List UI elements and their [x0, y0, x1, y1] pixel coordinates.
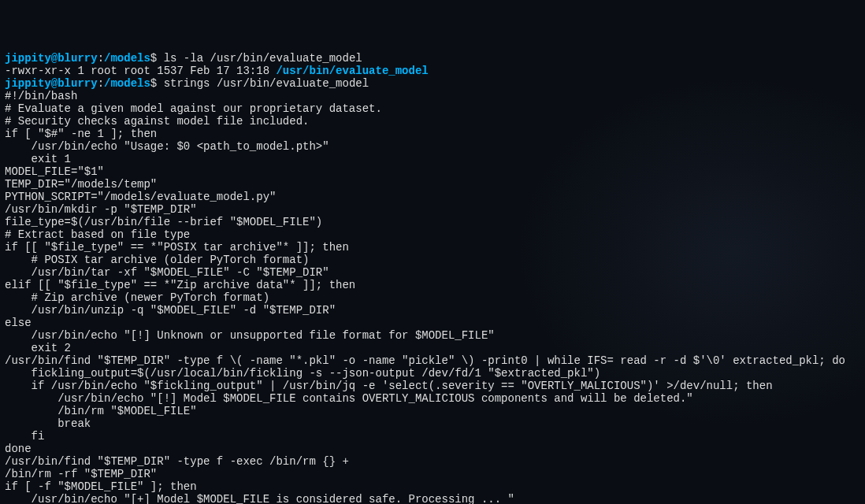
ls-perms: -rwxr-xr-x 1 root root 1537 Feb 17 13:18	[5, 65, 276, 77]
script-line: if [ "$#" -ne 1 ]; then	[5, 128, 860, 140]
script-line: /usr/bin/find "$TEMP_DIR" -type f -exec …	[5, 455, 860, 468]
script-line: /usr/bin/mkdir -p "$TEMP_DIR"	[5, 203, 860, 216]
script-line: /usr/bin/echo "[+] Model $MODEL_FILE is …	[5, 493, 860, 504]
script-line: /usr/bin/echo "[!] Model $MODEL_FILE con…	[5, 392, 860, 405]
script-line: /usr/bin/echo "Usage: $0 <path_to_model.…	[5, 140, 860, 153]
prompt-colon: :	[98, 52, 104, 65]
script-line: # Evaluate a given model against our pro…	[5, 102, 860, 115]
ls-filepath: /usr/bin/evaluate_model	[276, 65, 428, 77]
script-line: file_type=$(/usr/bin/file --brief "$MODE…	[5, 216, 860, 228]
script-line: done	[5, 443, 860, 455]
script-line: #!/bin/bash	[5, 90, 860, 102]
script-line: else	[5, 317, 860, 329]
script-line: /bin/rm "$MODEL_FILE"	[5, 405, 860, 417]
script-line: # Security checks against model file inc…	[5, 115, 860, 128]
script-line: exit 1	[5, 153, 860, 165]
prompt-user: jippity	[5, 52, 51, 65]
prompt-dollar: $	[150, 52, 157, 65]
ls-output-line: -rwxr-xr-x 1 root root 1537 Feb 17 13:18…	[5, 65, 860, 77]
script-line: fi	[5, 430, 860, 443]
script-line: /usr/bin/tar -xf "$MODEL_FILE" -C "$TEMP…	[5, 266, 860, 279]
script-line: break	[5, 417, 860, 430]
script-line: # POSIX tar archive (older PyTorch forma…	[5, 254, 860, 266]
prompt-line-2: jippity@blurry:/models$ strings /usr/bin…	[5, 77, 860, 90]
script-line: # Extract based on file type	[5, 228, 860, 241]
script-line: /usr/bin/echo "[!] Unknown or unsupporte…	[5, 329, 860, 342]
script-line: if [[ "$file_type" == *"POSIX tar archiv…	[5, 241, 860, 254]
script-line: PYTHON_SCRIPT="/models/evaluate_model.py…	[5, 191, 860, 203]
prompt-at: @	[51, 52, 58, 65]
script-line: /usr/bin/find "$TEMP_DIR" -type f \( -na…	[5, 354, 860, 367]
script-line: TEMP_DIR="/models/temp"	[5, 178, 860, 191]
prompt-path: /models	[104, 52, 150, 65]
script-line: fickling_output=$(/usr/local/bin/ficklin…	[5, 367, 860, 380]
command-1: ls -la /usr/bin/evaluate_model	[157, 52, 362, 65]
script-line: if /usr/bin/echo "$fickling_output" | /u…	[5, 380, 860, 392]
prompt-line-1: jippity@blurry:/models$ ls -la /usr/bin/…	[5, 52, 860, 65]
script-line: exit 2	[5, 342, 860, 354]
terminal[interactable]: jippity@blurry:/models$ ls -la /usr/bin/…	[5, 52, 860, 504]
script-line: /usr/bin/unzip -q "$MODEL_FILE" -d "$TEM…	[5, 304, 860, 317]
script-line: /bin/rm -rf "$TEMP_DIR"	[5, 468, 860, 480]
script-line: # Zip archive (newer PyTorch format)	[5, 291, 860, 304]
script-line: elif [[ "$file_type" == *"Zip archive da…	[5, 279, 860, 291]
prompt-host: blurry	[58, 52, 97, 65]
script-line: MODEL_FILE="$1"	[5, 165, 860, 178]
strings-output: #!/bin/bash# Evaluate a given model agai…	[5, 90, 860, 504]
command-2: strings /usr/bin/evaluate_model	[157, 77, 369, 90]
script-line: if [ -f "$MODEL_FILE" ]; then	[5, 480, 860, 493]
